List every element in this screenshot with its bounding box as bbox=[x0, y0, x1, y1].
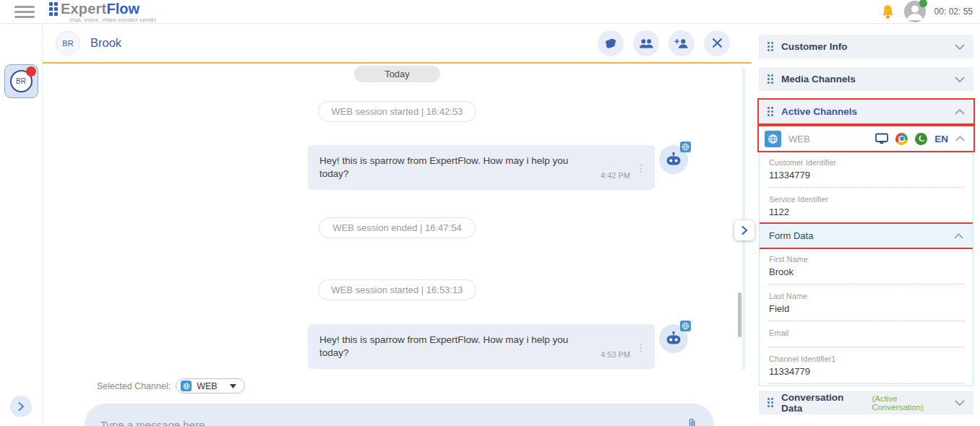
logo-grid-icon bbox=[49, 2, 58, 16]
message-bubble: Hey! this is sparrow from ExpertFlow. Ho… bbox=[308, 145, 655, 190]
field-row: Email bbox=[760, 321, 973, 347]
section-title: Customer Info bbox=[781, 41, 848, 52]
session-timer: 00: 02: 55 bbox=[934, 6, 973, 17]
message-text: Hey! this is sparrow from ExpertFlow. Ho… bbox=[319, 155, 593, 181]
chat-title: Brook bbox=[90, 36, 121, 50]
field-value: 11334779 bbox=[769, 170, 963, 181]
message-input[interactable] bbox=[100, 419, 687, 426]
field-row: Channel Identifier1 11334779 bbox=[760, 347, 973, 383]
logo: ExpertFlow chat, voice, video contact ce… bbox=[49, 1, 156, 23]
section-customer-info[interactable]: Customer Info bbox=[759, 35, 973, 58]
message-time: 4:53 PM bbox=[601, 350, 630, 359]
bot-avatar bbox=[659, 324, 688, 353]
drag-handle-icon[interactable] bbox=[768, 398, 773, 407]
drag-handle-icon[interactable] bbox=[768, 107, 773, 116]
user-avatar-icon bbox=[904, 12, 926, 25]
web-channel-icon bbox=[181, 381, 192, 391]
channel-details-panel: Customer Identifier 11334779 Service Ide… bbox=[759, 151, 973, 386]
topbar: ExpertFlow chat, voice, video contact ce… bbox=[0, 0, 980, 24]
section-title: Active Channels bbox=[781, 106, 857, 117]
participants-button[interactable] bbox=[633, 30, 659, 56]
web-channel-badge bbox=[680, 321, 691, 331]
chevron-down-icon bbox=[955, 400, 965, 406]
add-participant-button[interactable] bbox=[669, 30, 695, 56]
chat-header: BR Brook bbox=[43, 24, 752, 64]
field-row: Service Identifier 1122 bbox=[760, 188, 973, 224]
channel-selector-row: Selected Channel: WEB bbox=[43, 378, 752, 394]
rail-expand-button[interactable] bbox=[10, 396, 32, 417]
session-event: WEB session started | 16:53:13 bbox=[318, 279, 477, 300]
more-vertical-icon[interactable]: ⋮ bbox=[636, 344, 646, 351]
country-flag-icon bbox=[915, 133, 927, 145]
status-dot bbox=[919, 0, 927, 7]
attach-button[interactable] bbox=[687, 417, 698, 426]
section-conversation-data[interactable]: Conversation Data (Active Conversation) bbox=[759, 391, 973, 414]
add-participant-icon bbox=[674, 38, 689, 49]
logo-text: ExpertFlow bbox=[61, 1, 139, 17]
more-vertical-icon[interactable]: ⋮ bbox=[636, 165, 646, 172]
user-avatar[interactable] bbox=[904, 1, 926, 22]
chat-area: BR Brook Today WEB session started | 16:… bbox=[43, 24, 752, 426]
active-channel-web[interactable]: WEB EN bbox=[759, 126, 973, 151]
message-time: 4:42 PM bbox=[601, 171, 630, 180]
hamburger-menu-icon[interactable] bbox=[14, 3, 35, 21]
message-composer bbox=[85, 404, 714, 426]
chevron-right-icon bbox=[17, 401, 25, 412]
field-row: First Name Brook bbox=[760, 248, 973, 284]
field-label: Channel Identifier1 bbox=[769, 355, 963, 363]
chevron-up-icon bbox=[955, 109, 965, 115]
field-value: Brook bbox=[769, 266, 963, 277]
divider bbox=[768, 383, 964, 384]
rail-chat-card[interactable]: BR bbox=[4, 64, 38, 98]
monitor-icon bbox=[875, 133, 888, 144]
channel-name: WEB bbox=[788, 134, 810, 144]
notes-button[interactable] bbox=[598, 30, 624, 56]
date-divider: Today bbox=[354, 66, 440, 82]
field-row: Customer Identifier 11334779 bbox=[760, 151, 973, 187]
field-label: First Name bbox=[769, 255, 963, 264]
drag-handle-icon[interactable] bbox=[768, 42, 773, 51]
web-globe-icon bbox=[682, 322, 689, 330]
chevron-up-icon bbox=[955, 136, 965, 142]
channel-selector[interactable]: WEB bbox=[176, 378, 244, 394]
selected-channel-value: WEB bbox=[197, 381, 217, 391]
section-active-channels[interactable]: Active Channels bbox=[759, 100, 973, 123]
web-channel-icon bbox=[765, 131, 781, 147]
bot-avatar bbox=[659, 145, 688, 174]
message-row: Hey! this is sparrow from ExpertFlow. Ho… bbox=[43, 324, 752, 369]
section-media-channels[interactable]: Media Channels bbox=[759, 67, 973, 91]
form-data-header[interactable]: Form Data bbox=[760, 224, 973, 248]
participants-icon bbox=[638, 38, 654, 49]
form-data-title: Form Data bbox=[769, 230, 813, 241]
chevron-right-icon bbox=[741, 225, 748, 235]
close-icon bbox=[712, 38, 723, 48]
message-row: Hey! this is sparrow from ExpertFlow. Ho… bbox=[43, 145, 752, 190]
message-bubble: Hey! this is sparrow from ExpertFlow. Ho… bbox=[308, 324, 655, 369]
section-title: Media Channels bbox=[781, 74, 856, 84]
section-subtitle: (Active Conversation) bbox=[872, 394, 947, 412]
robot-icon bbox=[664, 331, 683, 347]
robot-icon bbox=[664, 152, 683, 168]
field-value: 1122 bbox=[769, 207, 963, 217]
chat-scrollbar-track bbox=[742, 67, 745, 370]
drag-handle-icon[interactable] bbox=[768, 74, 773, 84]
sidebar-expand-button[interactable] bbox=[734, 220, 755, 240]
channel-language: EN bbox=[934, 134, 948, 144]
notes-icon bbox=[604, 37, 617, 50]
right-sidebar: Customer Info Media Channels Active Chan… bbox=[752, 24, 980, 426]
field-label: Customer Identifier bbox=[769, 158, 963, 167]
section-title: Conversation Data bbox=[781, 392, 862, 414]
chevron-down-icon bbox=[955, 44, 965, 50]
chat-scrollbar[interactable] bbox=[738, 292, 742, 337]
channel-selector-label: Selected Channel: bbox=[97, 381, 171, 391]
field-row: Last Name Field bbox=[760, 284, 973, 321]
unread-badge bbox=[26, 66, 36, 77]
chevron-up-icon bbox=[954, 233, 963, 239]
paperclip-icon bbox=[687, 417, 698, 426]
field-label: Last Name bbox=[769, 292, 963, 300]
close-chat-button[interactable] bbox=[704, 30, 730, 56]
field-label: Service Identifier bbox=[769, 195, 963, 204]
chrome-icon bbox=[895, 133, 908, 145]
web-globe-icon bbox=[682, 143, 689, 151]
bell-icon[interactable] bbox=[880, 4, 895, 20]
